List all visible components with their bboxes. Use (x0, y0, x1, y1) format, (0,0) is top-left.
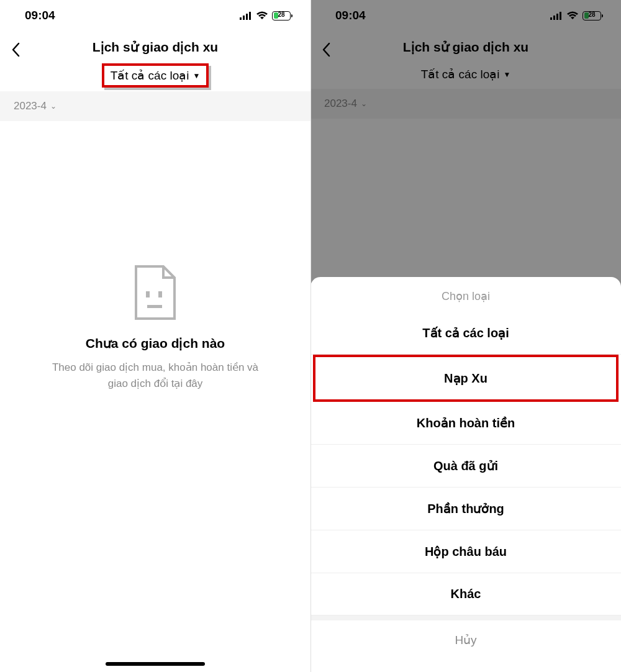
svg-rect-4 (146, 291, 150, 297)
document-sad-icon (131, 264, 179, 321)
status-time: 09:04 (25, 9, 55, 22)
battery-icon: 28 (272, 11, 291, 20)
action-sheet: Chọn loại Tất cả các loại Nạp Xu Khoản h… (310, 277, 621, 672)
sheet-title: Chọn loại (310, 289, 621, 303)
back-button[interactable] (11, 42, 20, 60)
sheet-option-gifts-sent[interactable]: Quà đã gửi (310, 445, 621, 488)
sheet-option-refund[interactable]: Khoản hoàn tiền (310, 402, 621, 445)
svg-rect-3 (249, 12, 251, 20)
empty-subtitle: Theo dõi giao dịch mua, khoản hoàn tiền … (43, 360, 267, 391)
filter-label: Tất cả các loại (111, 68, 189, 83)
status-bar: 09:04 28 (0, 0, 310, 31)
date-filter[interactable]: 2023-4 ⌄ (0, 91, 310, 121)
sheet-option-treasure[interactable]: Hộp châu báu (310, 530, 621, 573)
sheet-option-rewards[interactable]: Phần thưởng (310, 488, 621, 530)
empty-state: Chưa có giao dịch nào Theo dõi giao dịch… (0, 121, 310, 391)
svg-rect-0 (240, 17, 242, 20)
sheet-option-recharge[interactable]: Nạp Xu (313, 355, 619, 402)
home-indicator[interactable] (106, 662, 205, 666)
empty-title: Chưa có giao dịch nào (0, 336, 310, 351)
filter-dropdown[interactable]: Tất cả các loại ▼ (102, 63, 209, 88)
svg-rect-1 (243, 16, 245, 20)
signal-icon (240, 11, 252, 20)
chevron-down-icon: ▼ (193, 71, 200, 80)
sheet-option-all[interactable]: Tất cả các loại (310, 312, 621, 355)
phone-left: 09:04 28 Lịch sử giao dịch xu Tất cả các… (0, 0, 310, 672)
date-label: 2023-4 (14, 100, 47, 112)
svg-rect-5 (158, 291, 162, 297)
phone-right: 09:04 28 Lịch sử giao dịch xu Tất c (310, 0, 621, 672)
wifi-icon (256, 11, 268, 20)
chevron-down-icon: ⌄ (50, 102, 57, 111)
svg-rect-2 (246, 14, 248, 20)
page-title: Lịch sử giao dịch xu (10, 40, 301, 55)
svg-rect-6 (147, 305, 162, 308)
sheet-option-other[interactable]: Khác (310, 573, 621, 615)
header: Lịch sử giao dịch xu Tất cả các loại ▼ (0, 31, 310, 91)
divider (310, 0, 311, 672)
sheet-cancel[interactable]: Hủy (310, 615, 621, 672)
status-right: 28 (240, 11, 291, 20)
